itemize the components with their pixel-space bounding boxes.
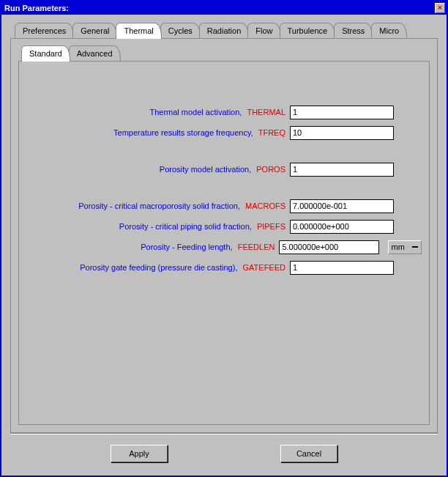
tab-label: Cycles <box>168 26 193 35</box>
subtab-advanced[interactable]: Advanced <box>69 45 121 61</box>
tab-flow[interactable]: Flow <box>247 23 280 38</box>
dropdown-icon <box>412 246 418 248</box>
tab-label: Flow <box>255 26 272 35</box>
dialog-window: Run Parameters: × Preferences General Th… <box>0 0 448 477</box>
row-pipefs: Porosity - critical piping solid fractio… <box>26 217 422 236</box>
client-area: Preferences General Thermal Cycles Radia… <box>1 15 447 476</box>
label-text: Porosity - Feeding length, <box>141 243 232 251</box>
cancel-button[interactable]: Cancel <box>280 445 337 462</box>
subtab-standard[interactable]: Standard <box>21 45 70 62</box>
label-code: GATEFEED <box>243 263 285 272</box>
tab-radiation[interactable]: Radiation <box>199 23 249 38</box>
row-tfreq: Temperature results storage frequency, T… <box>26 123 422 142</box>
window-title: Run Parameters: <box>4 4 435 12</box>
label-text: Porosity gate feeding (pressure die cast… <box>80 263 237 272</box>
input-thermal[interactable] <box>290 106 394 119</box>
label-poros: Porosity model activation, POROS <box>26 165 290 174</box>
unit-feedlen-dropdown[interactable]: mm <box>388 240 422 254</box>
input-feedlen[interactable] <box>279 240 378 254</box>
row-macrofs: Porosity - critical macroporosity solid … <box>26 196 422 215</box>
tab-label: Advanced <box>77 49 113 58</box>
tab-label: Micro <box>379 26 399 35</box>
tab-preferences[interactable]: Preferences <box>15 23 74 38</box>
label-macrofs: Porosity - critical macroporosity solid … <box>26 201 290 210</box>
close-button[interactable]: × <box>435 3 445 13</box>
label-code: POROS <box>256 165 285 174</box>
label-code: PIPEFS <box>257 222 285 231</box>
label-feedlen: Porosity - Feeding length, FEEDLEN <box>26 243 279 251</box>
tab-label: General <box>81 26 109 35</box>
input-poros[interactable] <box>290 163 394 177</box>
input-gatefeed[interactable] <box>290 261 394 275</box>
sub-tab-row: Standard Advanced <box>21 45 430 61</box>
label-thermal: Thermal model activation, THERMAL <box>26 108 290 117</box>
label-gatefeed: Porosity gate feeding (pressure die cast… <box>26 263 290 272</box>
input-macrofs[interactable] <box>290 199 394 213</box>
label-code: FEEDLEN <box>238 243 275 251</box>
label-text: Thermal model activation, <box>149 108 242 117</box>
tab-micro[interactable]: Micro <box>371 23 407 38</box>
tab-label: Turbulence <box>288 26 328 35</box>
row-feedlen: Porosity - Feeding length, FEEDLEN mm <box>26 237 422 256</box>
tab-label: Standard <box>29 49 62 58</box>
tab-thermal[interactable]: Thermal <box>116 23 161 39</box>
apply-button[interactable]: Apply <box>111 445 168 462</box>
main-tab-row: Preferences General Thermal Cycles Radia… <box>15 21 438 38</box>
input-tfreq[interactable] <box>290 126 394 140</box>
label-code: MACROFS <box>245 201 285 210</box>
sub-tab-panel: Thermal model activation, THERMAL Temper… <box>18 61 430 425</box>
label-text: Temperature results storage frequency, <box>113 128 253 137</box>
tab-label: Radiation <box>207 26 241 35</box>
tab-stress[interactable]: Stress <box>334 23 373 38</box>
input-pipefs[interactable] <box>290 220 394 234</box>
label-text: Porosity - critical macroporosity solid … <box>78 201 240 210</box>
row-gatefeed: Porosity gate feeding (pressure die cast… <box>26 258 422 277</box>
unit-text: mm <box>392 243 405 251</box>
tab-label: Stress <box>342 26 365 35</box>
tab-label: Thermal <box>124 26 153 35</box>
label-text: Porosity model activation, <box>160 165 251 174</box>
label-tfreq: Temperature results storage frequency, T… <box>26 128 290 137</box>
tab-general[interactable]: General <box>72 23 117 38</box>
label-text: Porosity - critical piping solid fractio… <box>119 222 252 231</box>
button-row: Apply Cancel <box>10 435 438 468</box>
title-bar: Run Parameters: × <box>1 1 447 15</box>
tab-cycles[interactable]: Cycles <box>160 23 201 38</box>
main-tab-panel: Standard Advanced Thermal model activati… <box>10 38 438 433</box>
tab-turbulence[interactable]: Turbulence <box>280 23 336 38</box>
row-thermal: Thermal model activation, THERMAL <box>26 103 422 122</box>
label-code: THERMAL <box>247 108 285 117</box>
tab-label: Preferences <box>23 26 66 35</box>
row-poros: Porosity model activation, POROS <box>26 160 422 179</box>
label-code: TFREQ <box>258 128 285 137</box>
label-pipefs: Porosity - critical piping solid fractio… <box>26 222 290 231</box>
